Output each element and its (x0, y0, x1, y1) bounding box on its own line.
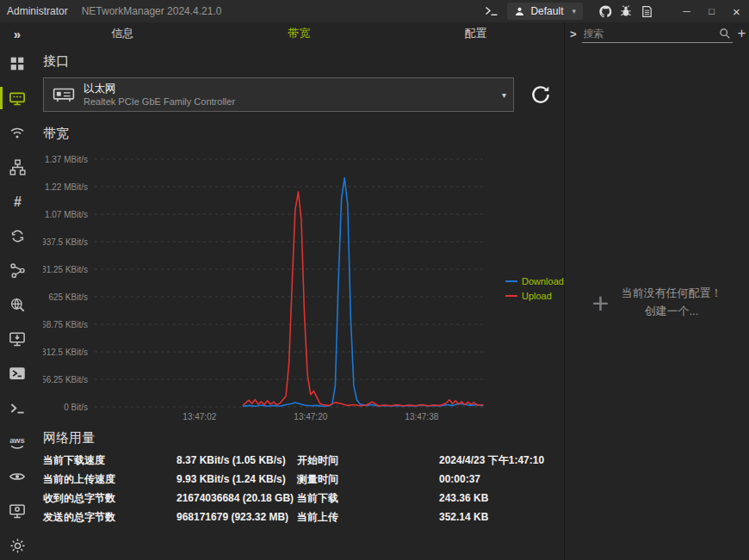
wifi-icon[interactable] (0, 115, 34, 150)
svg-text:156.25 KBit/s: 156.25 KBit/s (43, 375, 88, 385)
svg-text:13:47:38: 13:47:38 (405, 412, 438, 422)
stat-value: 2024/4/23 下午1:47:10 (439, 455, 564, 466)
stat-label: 测量时间 (297, 474, 439, 485)
stat-value: 00:00:37 (439, 474, 564, 485)
svg-text:1.07 MBit/s: 1.07 MBit/s (45, 210, 88, 219)
stat-label: 当前上传 (297, 512, 439, 523)
bug-icon (619, 4, 633, 18)
interface-heading: 接口 (43, 53, 564, 70)
tab-bandwidth[interactable]: 带宽 (211, 22, 387, 45)
stat-label: 收到的总字节数 (43, 493, 176, 504)
refresh-icon (529, 83, 552, 106)
app-window: Administrator NETworkManager 2024.4.21.0… (0, 0, 749, 560)
refresh-button[interactable] (529, 83, 552, 106)
svg-text:468.75 KBit/s: 468.75 KBit/s (43, 320, 88, 329)
add-profile-button[interactable]: + (738, 25, 746, 42)
stat-label: 当前的上传速度 (43, 474, 176, 485)
usage-heading: 网络用量 (43, 430, 564, 446)
main-content: 接口 以太网 Realtek PCIe GbE Family Controlle… (34, 45, 564, 560)
svg-text:#: # (14, 194, 22, 209)
tab-info[interactable]: 信息 (34, 22, 211, 45)
profiles-empty-state: + 当前没有任何配置！ 创建一个... (565, 45, 749, 560)
network-interface-icon[interactable] (0, 81, 34, 115)
expand-sidebar-button[interactable]: » (0, 27, 34, 41)
empty-state-line2: 创建一个... (645, 305, 699, 317)
svg-text:13:47:02: 13:47:02 (183, 412, 216, 422)
chevron-right-icon: > (570, 28, 577, 40)
svg-text:625 KBit/s: 625 KBit/s (48, 292, 88, 302)
docs-icon (641, 5, 653, 18)
tab-profiles[interactable]: 配置 (387, 22, 564, 45)
search-icon (719, 28, 731, 40)
window-controls: ─ □ × (674, 0, 749, 22)
chevrons-right-icon: » (14, 27, 21, 41)
github-button[interactable] (595, 0, 616, 22)
adapter-select[interactable]: 以太网 Realtek PCIe GbE Family Controller ▾ (43, 77, 514, 112)
bandwidth-chart: 1.37 MBit/s1.22 MBit/s1.07 MBit/s937.5 K… (43, 150, 564, 423)
add-profile-big-button[interactable]: + (592, 288, 610, 317)
stat-value: 968171679 (923.32 MB) (176, 512, 297, 523)
svg-text:1.37 MBit/s: 1.37 MBit/s (45, 155, 88, 164)
profiles-panel: > + + 当前没有任何配置！ 创建一个... (564, 22, 749, 560)
adapter-name: 以太网 (84, 82, 235, 95)
admin-label: Administrator (7, 5, 68, 17)
caret-down-icon: ▾ (502, 90, 506, 100)
usage-stats: 当前下载速度 8.37 KBit/s (1.05 KB/s) 开始时间 2024… (43, 455, 564, 523)
dns-lookup-icon[interactable] (0, 287, 34, 322)
stat-label: 发送的总字节数 (43, 512, 176, 523)
whois-icon[interactable] (0, 494, 34, 528)
stat-value: 8.37 KBit/s (1.05 KB/s) (176, 455, 297, 466)
tab-bar: 信息 带宽 配置 (34, 22, 564, 45)
lookup-icon[interactable] (0, 459, 34, 494)
stat-label: 当前下载 (297, 493, 439, 504)
docs-button[interactable] (636, 0, 657, 22)
port-scanner-icon[interactable]: # (0, 184, 34, 218)
stat-value: 243.36 KB (439, 493, 564, 504)
stat-value: 352.14 KB (439, 512, 564, 523)
ip-scanner-icon[interactable] (0, 150, 34, 184)
traceroute-icon[interactable] (0, 253, 34, 287)
main-column: 信息 带宽 配置 接口 以太网 Realtek PCIe GbE Family … (34, 22, 564, 560)
ping-monitor-icon[interactable] (0, 218, 34, 253)
bandwidth-heading: 带宽 (43, 126, 564, 142)
svg-text:781.25 KBit/s: 781.25 KBit/s (43, 265, 88, 274)
close-button[interactable]: × (724, 0, 749, 22)
titlebar: Administrator NETworkManager 2024.4.21.0… (0, 0, 749, 22)
svg-text:Download: Download (522, 276, 564, 286)
svg-text:13:47:20: 13:47:20 (294, 412, 327, 422)
bug-report-button[interactable] (616, 0, 636, 22)
github-icon (598, 4, 613, 19)
terminal-icon (485, 4, 498, 18)
collapse-panel-button[interactable]: > (570, 28, 577, 40)
profile-dropdown[interactable]: Default ▾ (507, 3, 583, 20)
svg-text:1.22 MBit/s: 1.22 MBit/s (45, 182, 88, 192)
caret-down-icon: ▾ (572, 7, 576, 15)
svg-text:aws: aws (9, 436, 25, 445)
powershell-icon[interactable] (0, 356, 34, 391)
stat-label: 开始时间 (297, 455, 439, 466)
svg-text:Upload: Upload (522, 291, 552, 301)
search-input[interactable] (582, 28, 719, 40)
remote-desktop-icon[interactable] (0, 322, 34, 356)
user-icon (514, 6, 525, 17)
svg-text:937.5 KBit/s: 937.5 KBit/s (43, 237, 88, 247)
stat-value: 21674036684 (20.18 GB) (176, 493, 297, 504)
stat-label: 当前下载速度 (43, 455, 176, 466)
terminal-button[interactable] (481, 0, 502, 22)
settings-icon[interactable] (0, 528, 34, 560)
empty-state-line1: 当前没有任何配置！ (621, 286, 721, 299)
aws-ssm-icon[interactable]: aws (0, 425, 34, 459)
svg-text:0 Bit/s: 0 Bit/s (64, 403, 88, 412)
putty-icon[interactable] (0, 391, 34, 425)
svg-text:312.5 KBit/s: 312.5 KBit/s (43, 348, 88, 357)
profile-name: Default (530, 5, 563, 17)
app-title: NETworkManager 2024.4.21.0 (82, 5, 222, 17)
minimize-button[interactable]: ─ (674, 0, 699, 22)
adapter-description: Realtek PCIe GbE Family Controller (84, 95, 235, 108)
dashboard-icon[interactable] (0, 46, 34, 81)
left-sidebar: » #aws (0, 22, 34, 560)
maximize-button[interactable]: □ (699, 0, 724, 22)
network-adapter-icon (53, 83, 75, 106)
stat-value: 9.93 KBit/s (1.24 KB/s) (176, 474, 297, 485)
app-icon-list: #aws (0, 45, 34, 560)
